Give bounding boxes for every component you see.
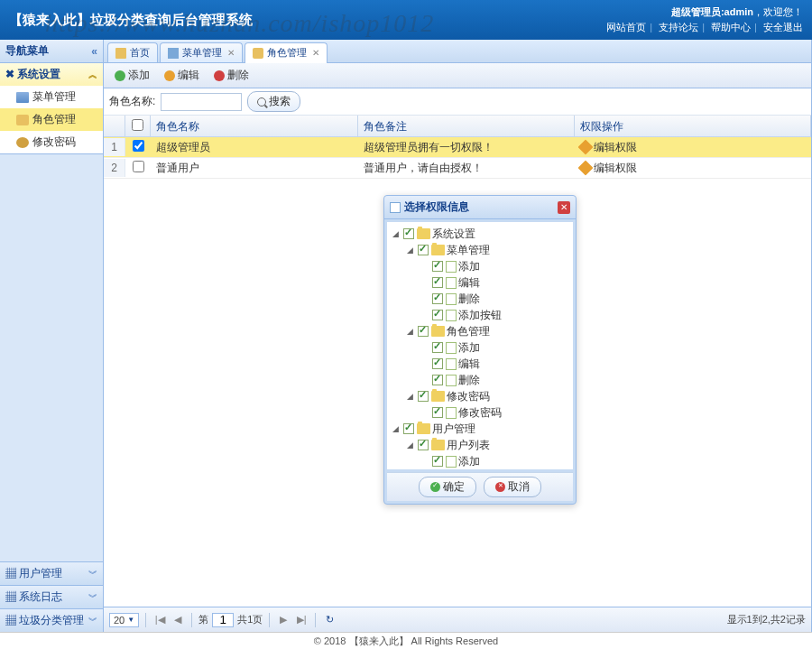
accordion-collapsed-0[interactable]: ▦ 用户管理︾ bbox=[0, 561, 103, 585]
tab-icon bbox=[168, 48, 179, 59]
tree-checkbox[interactable] bbox=[403, 228, 414, 239]
dialog-close-icon[interactable]: ✕ bbox=[558, 201, 570, 214]
row-checkbox[interactable] bbox=[133, 161, 144, 172]
col-checkbox[interactable] bbox=[125, 116, 151, 136]
leaf-icon bbox=[446, 407, 457, 419]
collapse-icon[interactable]: « bbox=[91, 45, 97, 58]
tree-node[interactable]: 删除 bbox=[391, 291, 569, 307]
link-forum[interactable]: 支持论坛 bbox=[659, 22, 698, 32]
tree-checkbox[interactable] bbox=[418, 440, 429, 450]
folder-icon bbox=[431, 440, 445, 450]
dialog-icon bbox=[390, 202, 401, 213]
tree-checkbox[interactable] bbox=[418, 245, 429, 255]
folder-icon bbox=[417, 423, 430, 434]
tree-node[interactable]: ◢用户管理 bbox=[391, 421, 569, 437]
search-label: 角色名称: bbox=[109, 94, 155, 109]
tree-checkbox[interactable] bbox=[432, 358, 443, 369]
tree-node[interactable]: ◢菜单管理 bbox=[391, 242, 569, 258]
pager-prev[interactable]: ◀ bbox=[171, 613, 185, 627]
accordion-system[interactable]: ✖ 系统设置 ︽ bbox=[0, 63, 103, 86]
leaf-icon bbox=[446, 358, 457, 370]
tree-checkbox[interactable] bbox=[403, 423, 414, 434]
page-size-combo[interactable]: 20▼ bbox=[109, 613, 139, 627]
pager-page-input[interactable] bbox=[212, 613, 234, 627]
app-title: 【猿来入此】垃圾分类查询后台管理系统 bbox=[9, 12, 253, 29]
tree-checkbox[interactable] bbox=[432, 375, 443, 385]
pager: 20▼ |◀ ◀ 第 共1页 ▶ ▶| ↻ 显示1到2,共2记录 bbox=[104, 607, 811, 632]
tree-checkbox[interactable] bbox=[432, 310, 443, 320]
tab-0[interactable]: 首页 bbox=[107, 42, 158, 62]
tree-checkbox[interactable] bbox=[432, 277, 443, 288]
col-op[interactable]: 权限操作 bbox=[575, 116, 811, 136]
tree-node[interactable]: ◢用户列表 bbox=[391, 437, 569, 453]
col-name[interactable]: 角色名称 bbox=[151, 116, 358, 136]
tree-checkbox[interactable] bbox=[432, 456, 443, 467]
edit-permission-link[interactable]: 编辑权限 bbox=[580, 140, 806, 155]
tree-node[interactable]: 添加 bbox=[391, 258, 569, 274]
tab-icon bbox=[115, 48, 126, 59]
tree-checkbox[interactable] bbox=[418, 391, 429, 402]
link-help[interactable]: 帮助中心 bbox=[711, 22, 751, 32]
accordion-collapsed-2[interactable]: ▦ 垃圾分类管理︾ bbox=[0, 608, 103, 632]
table-row[interactable]: 1超级管理员超级管理员拥有一切权限！编辑权限 bbox=[104, 137, 811, 158]
pager-refresh[interactable]: ↻ bbox=[322, 613, 337, 627]
tree-checkbox[interactable] bbox=[432, 342, 443, 353]
tree-checkbox[interactable] bbox=[432, 407, 443, 418]
pager-last[interactable]: ▶| bbox=[294, 613, 309, 627]
tree-node[interactable]: 删除 bbox=[391, 372, 569, 388]
tree-checkbox[interactable] bbox=[432, 293, 443, 304]
sidebar-item-0[interactable]: 菜单管理 bbox=[0, 86, 103, 108]
pager-next[interactable]: ▶ bbox=[276, 613, 291, 627]
folder-icon bbox=[431, 326, 445, 337]
app-header: 【猿来入此】垃圾分类查询后台管理系统 超级管理员:admin，欢迎您！ 网站首页… bbox=[0, 0, 812, 40]
tree-node[interactable]: ◢修改密码 bbox=[391, 388, 569, 404]
tree-node[interactable]: 编辑 bbox=[391, 356, 569, 372]
row-checkbox[interactable] bbox=[133, 140, 144, 152]
add-button[interactable]: 添加 bbox=[109, 66, 155, 85]
tab-icon bbox=[253, 48, 263, 59]
sidebar-item-1[interactable]: 角色管理 bbox=[0, 108, 103, 131]
tree-node[interactable]: 编辑 bbox=[391, 274, 569, 291]
tree-node[interactable]: ◢系统设置 bbox=[391, 226, 569, 242]
tab-2[interactable]: 角色管理✕ bbox=[245, 42, 328, 63]
col-rownum bbox=[104, 116, 125, 136]
sidebar-item-2[interactable]: 修改密码 bbox=[0, 131, 103, 153]
tree-toggle-icon[interactable]: ◢ bbox=[391, 229, 401, 238]
tree-node[interactable]: 添加 bbox=[391, 453, 569, 469]
footer: © 2018 【猿来入此】 All Rights Reserved bbox=[0, 632, 812, 649]
link-home[interactable]: 网站首页 bbox=[606, 22, 646, 32]
edit-button[interactable]: 编辑 bbox=[159, 66, 205, 85]
tree-checkbox[interactable] bbox=[432, 261, 443, 272]
dialog-titlebar[interactable]: 选择权限信息 ✕ bbox=[384, 196, 576, 219]
col-remark[interactable]: 角色备注 bbox=[358, 116, 575, 136]
tab-1[interactable]: 菜单管理✕ bbox=[160, 42, 243, 62]
accordion-collapsed-1[interactable]: ▦ 系统日志︾ bbox=[0, 585, 103, 608]
tree-toggle-icon[interactable]: ◢ bbox=[405, 392, 415, 401]
tree-toggle-icon[interactable]: ◢ bbox=[405, 440, 415, 450]
link-logout[interactable]: 安全退出 bbox=[763, 22, 803, 32]
tree-node[interactable]: ◢角色管理 bbox=[391, 323, 569, 339]
pencil-icon bbox=[578, 161, 594, 176]
tab-close-icon[interactable]: ✕ bbox=[312, 48, 319, 58]
tree-node[interactable]: 修改密码 bbox=[391, 404, 569, 421]
pager-first[interactable]: |◀ bbox=[152, 613, 167, 627]
tree-toggle-icon[interactable]: ◢ bbox=[405, 246, 415, 255]
tree-toggle-icon[interactable]: ◢ bbox=[405, 327, 415, 336]
search-input[interactable] bbox=[161, 93, 242, 111]
leaf-icon bbox=[446, 375, 457, 386]
pencil-icon bbox=[578, 140, 594, 155]
sidebar-title: 导航菜单 « bbox=[0, 40, 103, 63]
tree-node[interactable]: 添加按钮 bbox=[391, 307, 569, 323]
folder-icon bbox=[431, 245, 445, 255]
tree-checkbox[interactable] bbox=[418, 326, 429, 337]
search-button[interactable]: 搜索 bbox=[247, 91, 300, 112]
permission-tree[interactable]: ◢系统设置◢菜单管理添加编辑删除添加按钮◢角色管理添加编辑删除◢修改密码修改密码… bbox=[387, 222, 573, 469]
delete-button[interactable]: 删除 bbox=[208, 66, 254, 85]
dialog-ok-button[interactable]: 确定 bbox=[419, 477, 476, 497]
table-row[interactable]: 2普通用户普通用户，请自由授权！编辑权限 bbox=[104, 158, 811, 179]
edit-permission-link[interactable]: 编辑权限 bbox=[580, 161, 806, 176]
dialog-cancel-button[interactable]: 取消 bbox=[484, 477, 541, 497]
tab-close-icon[interactable]: ✕ bbox=[227, 48, 235, 58]
tree-toggle-icon[interactable]: ◢ bbox=[391, 424, 401, 433]
tree-node[interactable]: 添加 bbox=[391, 339, 569, 356]
